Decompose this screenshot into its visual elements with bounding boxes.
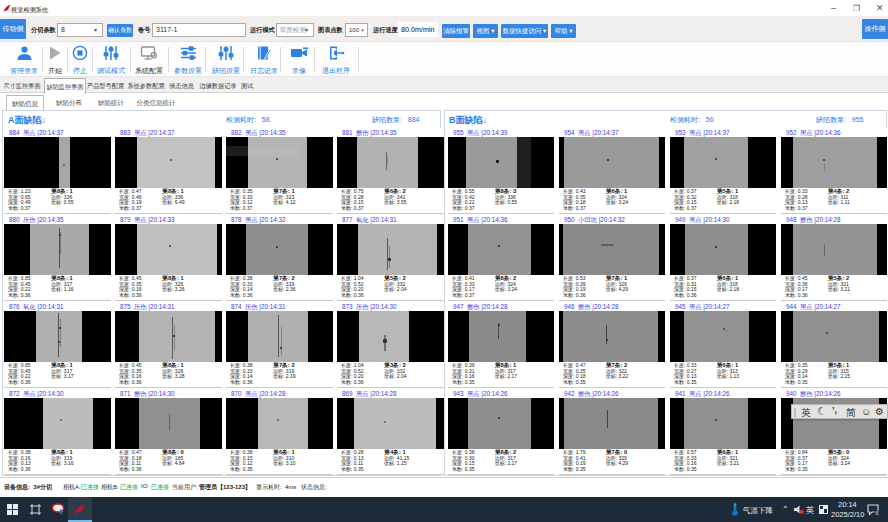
svg-text:6: 6 bbox=[875, 510, 878, 516]
